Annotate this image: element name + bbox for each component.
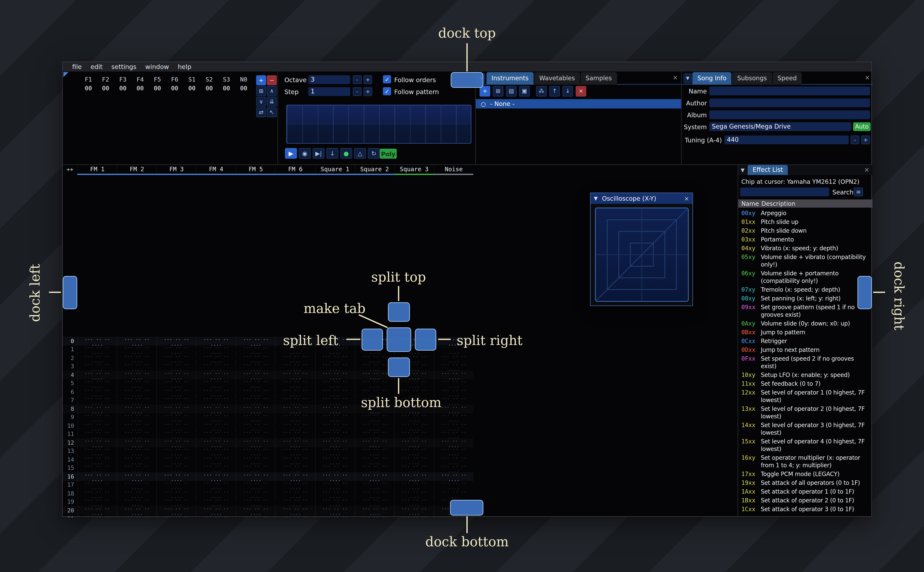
effect-row-13xx[interactable]: 13xxSet level of operator 2 (0 highest, … xyxy=(738,404,873,421)
edit-record-toggle[interactable]: ● xyxy=(340,148,352,159)
follow-orders-checkbox[interactable]: ✓ xyxy=(383,75,391,84)
move-instrument-up-button[interactable]: ↑ xyxy=(549,86,560,96)
instruments-close-button[interactable]: × xyxy=(673,74,678,81)
tab-subsongs[interactable]: Subsongs xyxy=(732,72,772,85)
metronome-button[interactable]: △ xyxy=(354,148,366,159)
effect-row-17xx[interactable]: 17xxToggle PCM mode (LEGACY) xyxy=(738,470,873,479)
dock-target-top[interactable] xyxy=(451,72,483,88)
duplicate-instrument-button[interactable]: ⊞ xyxy=(493,86,503,96)
effect-row-10xy[interactable]: 10xySetup LFO (x: enable; y: speed) xyxy=(738,371,873,379)
effect-row-19xx[interactable]: 19xxSet attack of all operators (0 to 1F… xyxy=(738,479,873,487)
effect-row-06xy[interactable]: 06xyVolume slide + portamento (compatibi… xyxy=(738,269,873,285)
channel-header-square-1[interactable]: Square 1 xyxy=(315,165,354,174)
duplicate-order-button[interactable]: ⊞ xyxy=(256,86,266,96)
dock-target-bottom[interactable] xyxy=(450,500,483,516)
add-order-button[interactable]: + xyxy=(256,75,266,85)
effect-row-01xx[interactable]: 01xxPitch slide up xyxy=(738,218,873,227)
system-auto-button[interactable]: Auto xyxy=(853,122,871,131)
remove-order-button[interactable]: − xyxy=(267,75,277,85)
tab-instruments[interactable]: Instruments xyxy=(486,72,534,85)
effect-row-0bxx[interactable]: 0BxxJump to pattern xyxy=(738,328,873,337)
pattern-cell[interactable]: ... .. .. .... xyxy=(196,513,235,518)
tab-speed[interactable]: Speed xyxy=(773,72,802,85)
pattern-cell[interactable]: ... .. .. .... xyxy=(235,513,275,518)
save-instrument-button[interactable]: ▣ xyxy=(519,86,530,96)
move-instrument-down-button[interactable]: ↓ xyxy=(563,86,573,96)
order-value-s3[interactable]: 00 xyxy=(218,84,235,92)
dock-target-right[interactable] xyxy=(857,276,872,309)
order-value-f1[interactable]: 00 xyxy=(80,84,97,92)
effect-row-14xx[interactable]: 14xxSet level of operator 3 (0 highest, … xyxy=(738,421,873,437)
pattern-expand-button[interactable]: ++ xyxy=(63,165,77,174)
move-order-down-button[interactable]: ∨ xyxy=(256,96,266,107)
oscilloscope-close-button[interactable]: × xyxy=(684,195,689,202)
menu-item-settings[interactable]: settings xyxy=(107,63,141,70)
piano-keyboard[interactable] xyxy=(286,105,471,144)
channel-header-noise[interactable]: Noise xyxy=(434,165,473,174)
order-value-s1[interactable]: 00 xyxy=(183,84,201,92)
octave-plus-button[interactable]: + xyxy=(363,75,372,84)
effect-row-1axx[interactable]: 1AxxSet attack of operator 1 (0 to 1F) xyxy=(738,487,873,496)
tab-wavetables[interactable]: Wavetables xyxy=(534,72,580,85)
effect-list-close-button[interactable]: × xyxy=(864,166,869,173)
effect-row-04xy[interactable]: 04xyVibrato (x: speed; y: depth) xyxy=(738,244,873,253)
oscilloscope-titlebar[interactable]: ▼ Oscilloscope (X-Y) × xyxy=(591,193,692,204)
tab-samples[interactable]: Samples xyxy=(580,72,617,85)
effect-row-07xy[interactable]: 07xyTremolo (x: speed; y: depth) xyxy=(738,285,873,294)
effect-row-03xx[interactable]: 03xxPortamento xyxy=(738,235,873,244)
menu-item-edit[interactable]: edit xyxy=(86,63,107,70)
order-value-n0[interactable]: 00 xyxy=(235,84,252,92)
pattern-cell[interactable]: ... .. .. .... xyxy=(77,513,117,518)
poly-button[interactable]: Poly xyxy=(380,149,397,159)
play-one-row-button[interactable]: ▶| xyxy=(313,148,324,159)
channel-header-fm-3[interactable]: FM 3 xyxy=(156,165,196,174)
step-plus-button[interactable]: + xyxy=(363,87,372,96)
name-field[interactable] xyxy=(709,87,870,95)
channel-header-fm-2[interactable]: FM 2 xyxy=(117,165,156,174)
channel-header-square-2[interactable]: Square 2 xyxy=(354,165,394,174)
effect-row-1cxx[interactable]: 1CxxSet attack of operator 3 (0 to 1F) xyxy=(738,505,873,514)
effect-search-input[interactable] xyxy=(740,188,829,196)
repeat-pattern-button[interactable]: ↻ xyxy=(368,148,380,159)
effect-row-16xy[interactable]: 16xySet operator multiplier (x: operator… xyxy=(738,454,873,470)
order-change-mode-button[interactable]: ⇄ xyxy=(256,107,266,117)
make-tab-target[interactable] xyxy=(387,327,411,352)
order-value-f4[interactable]: 00 xyxy=(132,84,149,92)
collapse-button[interactable]: ▼ xyxy=(684,73,692,84)
play-from-cursor-button[interactable]: ◉ xyxy=(299,148,311,159)
chevron-down-icon[interactable]: ▼ xyxy=(741,168,745,173)
effect-row-0dxx[interactable]: 0DxxJump to next pattern xyxy=(738,346,873,354)
effect-row-11xx[interactable]: 11xxSet feedback (0 to 7) xyxy=(738,379,873,388)
play-button[interactable]: ▶ xyxy=(285,148,297,159)
author-field[interactable] xyxy=(709,98,870,107)
menu-item-help[interactable]: help xyxy=(173,63,196,70)
split-target-left[interactable] xyxy=(361,329,383,351)
step-minus-button[interactable]: - xyxy=(353,87,361,96)
tuning-minus-button[interactable]: - xyxy=(851,135,859,144)
tab-effect-list[interactable]: Effect List xyxy=(748,165,788,175)
system-field[interactable]: Sega Genesis/Mega Drive xyxy=(709,122,851,131)
effect-row-0cxx[interactable]: 0CxxRetrigger xyxy=(738,337,873,346)
song-info-close-button[interactable]: × xyxy=(865,74,870,81)
pattern-cell[interactable]: ... .. .. .... xyxy=(275,513,315,518)
effect-row-02xx[interactable]: 02xxPitch slide down xyxy=(738,227,873,235)
order-value-f6[interactable]: 00 xyxy=(166,84,184,92)
effect-row-00xy[interactable]: 00xyArpeggio xyxy=(738,209,873,218)
move-order-up-button[interactable]: ∧ xyxy=(267,86,277,96)
album-field[interactable] xyxy=(709,110,870,119)
instrument-list-item[interactable]: ○ - None - xyxy=(476,99,681,109)
pattern-cell[interactable]: ... .. .. .... xyxy=(354,513,394,518)
tuning-plus-button[interactable]: + xyxy=(861,135,870,144)
split-target-top[interactable] xyxy=(388,302,410,322)
octave-minus-button[interactable]: - xyxy=(353,75,361,84)
order-edit-mode-button[interactable]: ↖ xyxy=(267,107,277,117)
channel-header-square-3[interactable]: Square 3 xyxy=(394,165,433,174)
effect-row-1bxx[interactable]: 1BxxSet attack of operator 2 (0 to 1F) xyxy=(738,496,873,505)
channel-header-fm-4[interactable]: FM 4 xyxy=(196,165,235,174)
tuning-field[interactable]: 440 xyxy=(725,135,849,144)
effect-row-09xx[interactable]: 09xxSet groove pattern (speed 1 if no gr… xyxy=(738,303,873,319)
duplicate-order-end-button[interactable]: ⇊ xyxy=(267,96,277,107)
pattern-cell[interactable]: ... .. .. .... xyxy=(315,513,354,518)
effect-row-0axy[interactable]: 0AxyVolume slide (0y: down; x0: up) xyxy=(738,319,873,328)
order-value-f5[interactable]: 00 xyxy=(149,84,166,92)
